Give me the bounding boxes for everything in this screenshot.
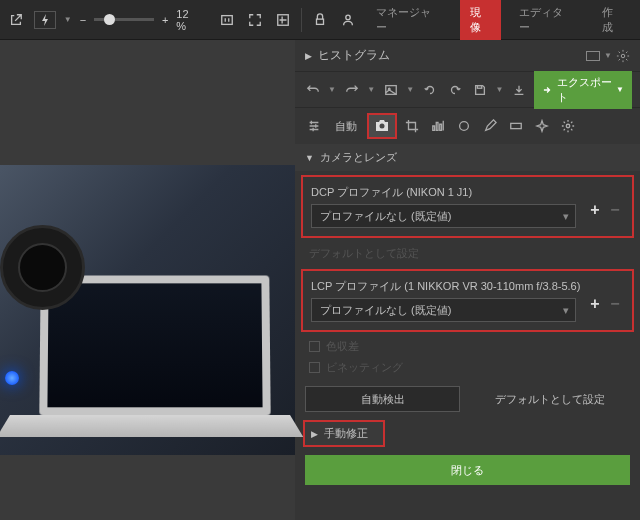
tab-manager[interactable]: マネージャー — [366, 0, 452, 41]
auto-detect-button[interactable]: 自動検出 — [305, 386, 460, 412]
person-icon[interactable] — [338, 10, 358, 30]
top-toolbar: ▼ − + 12 % マネージャー 現像 エディター 作成 — [0, 0, 640, 40]
svg-rect-7 — [477, 85, 481, 88]
minus-icon[interactable]: − — [80, 14, 86, 26]
camera-lens-section[interactable]: ▼ カメラとレンズ — [295, 144, 640, 171]
crop-icon[interactable] — [401, 115, 423, 137]
action-row: ▼ ▼ ▼ ▼ エクスポート▼ — [295, 72, 640, 108]
zoom-slider[interactable] — [94, 18, 154, 21]
plus-icon[interactable]: + — [162, 14, 168, 26]
external-icon[interactable] — [6, 10, 26, 30]
fullscreen-icon[interactable] — [245, 10, 265, 30]
lock-icon[interactable] — [310, 10, 330, 30]
redo-icon[interactable] — [342, 79, 361, 101]
minus-icon[interactable]: − — [606, 201, 624, 219]
dcp-block: DCP プロファイル (NIKON 1 J1) プロファイルなし (既定値) +… — [301, 175, 634, 238]
dcp-value: プロファイルなし (既定値) — [320, 209, 451, 224]
section-title: カメラとレンズ — [320, 150, 397, 165]
svg-point-8 — [380, 124, 385, 129]
ca-label: 色収差 — [326, 339, 359, 354]
manual-label: 手動修正 — [324, 426, 368, 441]
default-button[interactable]: デフォルトとして設定 — [470, 386, 630, 412]
export-label: エクスポート — [557, 75, 613, 105]
ca-checkbox-row[interactable]: 色収差 — [295, 336, 640, 357]
flash-icon[interactable] — [34, 11, 56, 29]
svg-point-9 — [460, 122, 469, 131]
side-panel: ▶ ヒストグラム ▼ ▼ ▼ ▼ ▼ エクスポート▼ 自動 — [295, 40, 640, 520]
svg-rect-2 — [316, 19, 323, 24]
viewport — [0, 40, 295, 520]
apply-icon[interactable] — [509, 79, 528, 101]
fit-1to1-icon[interactable] — [217, 10, 237, 30]
undo-icon[interactable] — [303, 79, 322, 101]
tab-editor[interactable]: エディター — [509, 0, 584, 41]
gradient-icon[interactable] — [505, 115, 527, 137]
triangle-right-icon: ▶ — [305, 51, 312, 61]
svg-point-4 — [621, 54, 625, 58]
brush-icon[interactable] — [479, 115, 501, 137]
zoom-value: 12 % — [176, 8, 201, 32]
export-button[interactable]: エクスポート▼ — [534, 71, 632, 109]
image-icon[interactable] — [381, 79, 400, 101]
svg-rect-10 — [511, 123, 522, 128]
button-row: 自動検出 デフォルトとして設定 — [295, 378, 640, 420]
gear-icon[interactable] — [557, 115, 579, 137]
tab-develop[interactable]: 現像 — [460, 0, 502, 41]
rotate-right-icon[interactable] — [445, 79, 464, 101]
dimmed-default: デフォルトとして設定 — [295, 242, 640, 265]
minus-icon[interactable]: − — [606, 295, 624, 313]
lcp-value: プロファイルなし (既定値) — [320, 303, 451, 318]
tab-create[interactable]: 作成 — [592, 0, 634, 41]
svg-rect-0 — [222, 15, 233, 24]
close-button[interactable]: 閉じる — [305, 455, 630, 485]
sliders-icon[interactable] — [303, 115, 325, 137]
auto-detect-label: 自動検出 — [361, 392, 405, 407]
lcp-dropdown[interactable]: プロファイルなし (既定値) — [311, 298, 576, 322]
triangle-down-icon: ▼ — [305, 153, 314, 163]
lcp-label: LCP プロファイル (1 NIKKOR VR 30-110mm f/3.8-5… — [311, 279, 624, 294]
tool-row: 自動 — [295, 108, 640, 144]
default-label: デフォルトとして設定 — [495, 392, 605, 407]
histogram-header[interactable]: ▶ ヒストグラム ▼ — [295, 40, 640, 72]
auto-button[interactable]: 自動 — [329, 116, 363, 137]
dcp-label: DCP プロファイル (NIKON 1 J1) — [311, 185, 624, 200]
vignette-label: ビネッティング — [326, 360, 403, 375]
chevron-down-icon[interactable]: ▼ — [64, 15, 72, 24]
save-icon[interactable] — [470, 79, 489, 101]
histogram-title: ヒストグラム — [318, 47, 586, 64]
lcp-block: LCP プロファイル (1 NIKKOR VR 30-110mm f/3.8-5… — [301, 269, 634, 332]
manual-section[interactable]: ▶ 手動修正 — [303, 420, 385, 447]
menu-icon[interactable] — [273, 10, 293, 30]
plus-icon[interactable]: + — [586, 295, 604, 313]
plus-icon[interactable]: + — [586, 201, 604, 219]
circle-icon[interactable] — [453, 115, 475, 137]
gear-icon[interactable] — [616, 49, 630, 63]
dcp-dropdown[interactable]: プロファイルなし (既定値) — [311, 204, 576, 228]
rotate-left-icon[interactable] — [420, 79, 439, 101]
square-icon[interactable] — [586, 51, 600, 61]
levels-icon[interactable] — [427, 115, 449, 137]
effects-icon[interactable] — [531, 115, 553, 137]
svg-point-3 — [346, 15, 350, 19]
camera-icon[interactable] — [367, 113, 397, 139]
chevron-down-icon[interactable]: ▼ — [604, 51, 612, 60]
close-label: 閉じる — [451, 463, 484, 478]
svg-point-11 — [566, 124, 570, 128]
preview-image — [0, 165, 295, 455]
vignette-checkbox-row[interactable]: ビネッティング — [295, 357, 640, 378]
